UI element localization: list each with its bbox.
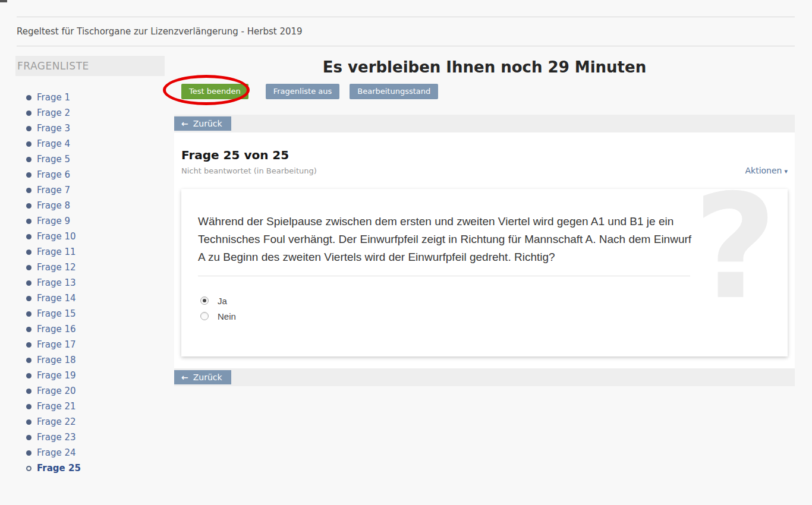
sidebar-item-label: Frage 13 [37,275,76,291]
actions-label: Aktionen [745,166,782,175]
sidebar-item-label: Frage 1 [37,90,70,105]
back-button-top[interactable]: ←Zurück [174,116,231,131]
filled-circle-icon [26,450,32,456]
sidebar-item-label: Frage 22 [37,414,76,430]
question-text: Während der Spielpause zwischen dem erst… [198,213,697,266]
question-status: Nicht beantwortet (in Bearbeitung) [181,166,317,175]
answer-option[interactable]: Ja [198,293,771,308]
browser-edge-artifact [0,0,7,2]
page-title: Regeltest für Tischorgane zur Lizenzverl… [17,26,303,37]
sidebar-item[interactable]: Frage 6 [15,167,165,182]
back-button-bottom[interactable]: ←Zurück [174,370,231,384]
filled-circle-icon [26,342,32,348]
sidebar-item[interactable]: Frage 4 [15,136,165,152]
sidebar-item-label: Frage 12 [37,260,76,275]
sidebar-item-label: Frage 3 [37,121,70,136]
sidebar-item[interactable]: Frage 9 [15,213,165,229]
filled-circle-icon [26,203,32,209]
filled-circle-icon [26,95,32,100]
filled-circle-icon [26,234,32,239]
filled-circle-icon [26,435,32,440]
progress-status-button[interactable]: Bearbeitungsstand [350,84,438,99]
top-nav-bar: ←Zurück [174,115,795,132]
sidebar-item[interactable]: Frage 21 [15,399,165,414]
back-button-label: Zurück [193,119,222,128]
filled-circle-icon [26,172,32,178]
sidebar-item[interactable]: Frage 12 [15,260,165,275]
sidebar-item-label: Frage 21 [37,399,76,414]
question-list: Frage 1Frage 2Frage 3Frage 4Frage 5Frage… [15,90,165,476]
radio-unselected-icon[interactable] [200,312,209,320]
question-list-sidebar: FRAGENLISTE Frage 1Frage 2Frage 3Frage 4… [15,56,165,476]
filled-circle-icon [26,265,32,270]
open-circle-icon [26,466,32,471]
actions-dropdown[interactable]: Aktionen▾ [745,166,788,175]
sidebar-item-label: Frage 8 [37,198,70,213]
sidebar-item[interactable]: Frage 16 [15,321,165,337]
filled-circle-icon [26,419,32,425]
sidebar-item[interactable]: Frage 19 [15,368,165,383]
filled-circle-icon [26,126,32,131]
sidebar-item[interactable]: Frage 5 [15,152,165,167]
sidebar-item-label: Frage 23 [37,430,76,445]
question-counter: Frage 25 von 25 [181,148,289,162]
filled-circle-icon [26,311,32,317]
chevron-down-icon: ▾ [784,168,788,175]
answer-divider [198,276,690,276]
sidebar-item-label: Frage 6 [37,167,70,182]
test-toolbar: Test beenden Fragenliste aus Bearbeitung… [181,84,448,99]
sidebar-item-label: Frage 19 [37,368,76,383]
filled-circle-icon [26,389,32,394]
sidebar-item[interactable]: Frage 2 [15,105,165,121]
filled-circle-icon [26,157,32,162]
sidebar-item-label: Frage 14 [37,291,76,306]
sidebar-item[interactable]: Frage 7 [15,182,165,198]
sidebar-item[interactable]: Frage 1 [15,90,165,105]
sidebar-item-label: Frage 20 [37,383,76,399]
sidebar-item-label: Frage 17 [37,337,76,352]
sidebar-item[interactable]: Frage 3 [15,121,165,136]
sidebar-title: FRAGENLISTE [15,56,165,76]
bottom-nav-bar: ←Zurück [174,368,795,386]
filled-circle-icon [26,188,32,193]
sidebar-item[interactable]: Frage 25 [15,460,165,476]
sidebar-item[interactable]: Frage 10 [15,229,165,244]
back-button-label: Zurück [193,373,222,382]
radio-selected-icon[interactable] [200,296,209,305]
sidebar-item[interactable]: Frage 23 [15,430,165,445]
sidebar-item-label: Frage 9 [37,213,70,229]
sidebar-item-label: Frage 16 [37,321,76,337]
sidebar-item-label: Frage 18 [37,352,76,368]
sidebar-item-label: Frage 15 [37,306,76,321]
toggle-question-list-button[interactable]: Fragenliste aus [266,84,340,99]
sidebar-item[interactable]: Frage 13 [15,275,165,291]
sidebar-item[interactable]: Frage 8 [15,198,165,213]
sidebar-item-label: Frage 2 [37,105,70,121]
sidebar-item-label: Frage 25 [37,460,81,476]
filled-circle-icon [26,111,32,116]
arrow-left-icon: ← [181,119,188,128]
sidebar-item-label: Frage 11 [37,244,76,260]
main-content: Es verbleiben Ihnen noch 29 Minuten Test… [174,56,795,76]
sidebar-item[interactable]: Frage 14 [15,291,165,306]
filled-circle-icon [26,327,32,332]
finish-test-button[interactable]: Test beenden [181,84,248,99]
sidebar-item-label: Frage 5 [37,152,70,167]
sidebar-item[interactable]: Frage 18 [15,352,165,368]
filled-circle-icon [26,280,32,286]
sidebar-item-label: Frage 7 [37,182,70,198]
sidebar-item[interactable]: Frage 20 [15,383,165,399]
sidebar-item[interactable]: Frage 22 [15,414,165,430]
filled-circle-icon [26,250,32,255]
header-divider-bottom [17,46,795,46]
arrow-left-icon: ← [181,373,188,382]
sidebar-item[interactable]: Frage 15 [15,306,165,321]
answer-options: JaNein [198,293,771,324]
header-divider-top [17,17,795,17]
filled-circle-icon [26,219,32,224]
answer-option[interactable]: Nein [198,308,771,324]
option-label: Nein [218,311,236,321]
sidebar-item[interactable]: Frage 24 [15,445,165,460]
sidebar-item[interactable]: Frage 11 [15,244,165,260]
sidebar-item[interactable]: Frage 17 [15,337,165,352]
